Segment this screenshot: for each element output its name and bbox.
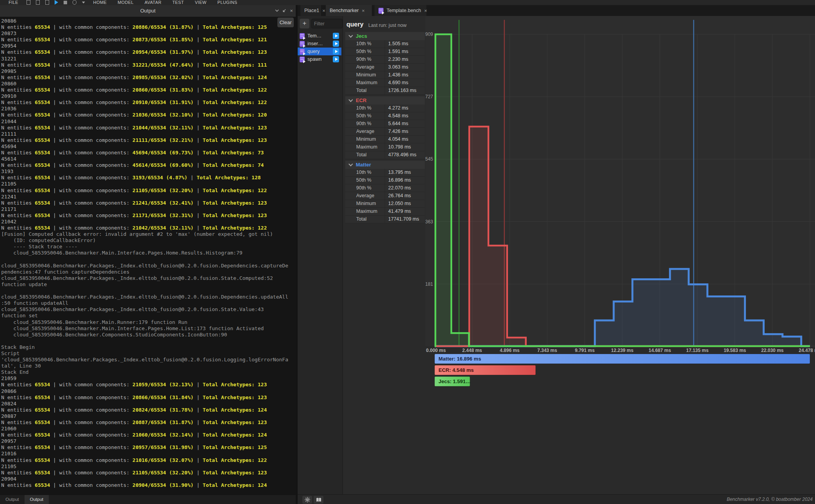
stat-value: 1.505 ms (385, 40, 408, 48)
run-button[interactable] (333, 33, 339, 39)
log-line: 20910 (1, 93, 288, 99)
clear-button[interactable]: Clear (277, 18, 294, 27)
chevron-down-icon (348, 33, 353, 37)
log-line (1, 288, 288, 294)
stat-label: 10th % (345, 104, 385, 112)
section-header-ecr[interactable]: ECR (345, 96, 425, 104)
run-button[interactable] (333, 56, 339, 62)
open-file-icon[interactable] (36, 0, 40, 5)
log-line: 21042 (1, 219, 288, 225)
stat-label: Total (345, 151, 385, 159)
stats-row: Minimum12.050 ms (345, 200, 425, 208)
tab-label: Benchmarker (330, 8, 359, 13)
menu-view[interactable]: VIEW (189, 0, 212, 5)
log-line: 45694 (1, 143, 288, 150)
stat-label: 90th % (345, 120, 385, 127)
close-icon[interactable]: × (289, 8, 294, 14)
log-line: cloud_5853950046.Benchmarker.Main.Runner… (1, 319, 288, 325)
stats-row: Average26.764 ms (345, 192, 425, 200)
log-line: [Fusion] Computed callback error: invali… (1, 231, 288, 237)
add-benchmark-button[interactable]: + (300, 19, 309, 28)
results-title: query (346, 21, 364, 28)
log-line: cloud_5853950046.Benchmarker.Main.Interf… (1, 250, 288, 256)
list-item-label: spawn (307, 57, 321, 62)
stat-label: 50th % (345, 177, 385, 184)
log-line: N entities 65534 | with common component… (1, 382, 288, 388)
tab-label: Place1 (304, 8, 319, 13)
log-line: N entities 65534 | with common component… (1, 444, 288, 451)
stat-label: 90th % (345, 56, 385, 63)
stat-value: 2.230 ms (385, 56, 408, 63)
menu-model[interactable]: MODEL (112, 0, 139, 5)
list-item-label: Tem… (307, 33, 321, 39)
x-tick-label: 14.687 ms (649, 348, 671, 353)
x-tick-label: 4.896 ms (500, 348, 520, 353)
script-icon (378, 8, 384, 14)
log-line: pendencies:47 function captureDependenci… (1, 269, 288, 275)
tab-template-bench[interactable]: Template.bench × (375, 5, 426, 16)
stat-label: Minimum (345, 136, 385, 143)
close-icon[interactable]: × (424, 8, 427, 14)
log-line: N entities 65534 | with common component… (1, 112, 288, 118)
output-panel-title: Output (0, 8, 296, 14)
results-last-run: Last run: just now (368, 23, 407, 28)
x-tick-label: 2.448 ms (462, 348, 482, 353)
menu-plugins[interactable]: PLUGINS (212, 0, 243, 5)
log-line: (ID: computedCallbackError) (1, 237, 288, 244)
log-line: 21060 (1, 426, 288, 432)
script-icon (300, 33, 305, 39)
list-item-insert[interactable]: inser… (298, 40, 341, 48)
undo-icon[interactable] (73, 0, 76, 5)
list-item-query[interactable]: query (298, 48, 341, 55)
filter-input[interactable] (311, 19, 343, 28)
play-icon[interactable] (55, 0, 58, 5)
legend-bar-matter (435, 354, 810, 364)
log-line: N entities 65534 | with common component… (1, 150, 288, 156)
chevron-down-icon[interactable] (274, 8, 280, 14)
log-line: N entities 65534 | with common component… (1, 432, 288, 438)
stat-value: 4.548 ms (385, 112, 408, 120)
stat-value: 4778.496 ms (385, 151, 416, 159)
tab-output-2[interactable]: Output (25, 495, 49, 504)
section-header-matter[interactable]: Matter (345, 161, 425, 169)
log-line: N entities 65534 | with common component… (1, 49, 288, 55)
run-button[interactable] (333, 48, 339, 55)
close-icon[interactable]: × (322, 8, 325, 14)
log-line: N entities 65534 | with common component… (1, 175, 288, 181)
stat-label: Maximum (345, 208, 385, 215)
tab-place1[interactable]: Place1 × (300, 5, 321, 16)
stats-row: Total1726.163 ms (345, 87, 425, 95)
menu-test[interactable]: TEST (167, 0, 190, 5)
stat-value: 13.795 ms (385, 169, 411, 176)
redo-dropdown-icon[interactable] (82, 2, 85, 4)
docs-button[interactable] (314, 496, 323, 504)
menu-file[interactable]: FILE (3, 0, 24, 5)
y-tick-label: 727 (425, 94, 433, 99)
section-header-jecs[interactable]: Jecs (345, 32, 425, 40)
stat-value: 10.798 ms (385, 143, 411, 151)
tab-output-1[interactable]: Output (0, 495, 25, 504)
list-item-template[interactable]: Tem… (298, 32, 341, 40)
settings-button[interactable] (302, 496, 312, 504)
stat-label: Minimum (345, 200, 385, 207)
log-line: 45614 (1, 156, 288, 162)
script-icon (300, 57, 305, 62)
popout-icon[interactable] (282, 8, 287, 14)
log-line: 21171 (1, 206, 288, 212)
stat-value: 7.426 ms (385, 128, 408, 135)
save-icon[interactable] (45, 0, 49, 5)
output-console[interactable]: 20886N entities 65534 | with common comp… (0, 17, 296, 495)
tab-benchmarker[interactable]: Benchmarker × (326, 5, 372, 16)
log-line: 21105 (1, 463, 288, 470)
menu-avatar[interactable]: AVATAR (139, 0, 167, 5)
log-line: 'cloud_5853950046.Benchmarker.Packages._… (1, 357, 288, 363)
stat-value: 4.690 ms (385, 79, 408, 87)
close-icon[interactable]: × (362, 8, 365, 14)
menu-home[interactable]: HOME (88, 0, 112, 5)
new-file-icon[interactable] (27, 0, 30, 5)
log-line: 20860 (1, 81, 288, 87)
log-line: 21036 (1, 106, 288, 112)
stop-icon[interactable] (64, 1, 67, 4)
run-button[interactable] (333, 41, 339, 47)
list-item-spawn[interactable]: spawn (298, 55, 341, 63)
